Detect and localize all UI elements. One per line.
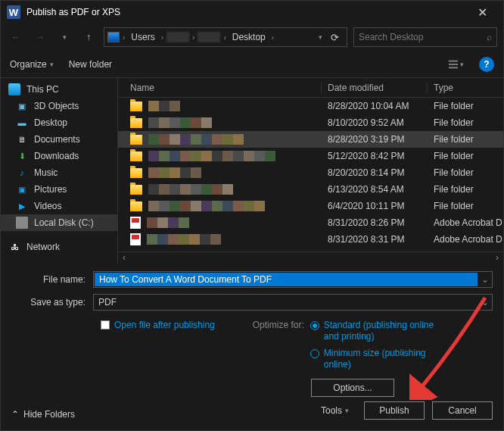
folder-icon xyxy=(130,118,142,128)
chevron-right-icon: › xyxy=(123,33,125,42)
optimize-label: Optimize for: xyxy=(253,320,304,371)
sidebar-documents[interactable]: 🗎Documents xyxy=(1,131,117,148)
file-date: 8/28/2020 10:04 AM xyxy=(322,101,428,111)
file-date: 5/12/2020 8:42 PM xyxy=(322,151,428,161)
radio-minimum-label: Minimum size (publishing online) xyxy=(324,348,437,371)
column-name[interactable]: Name xyxy=(118,83,322,93)
filename-redacted xyxy=(148,117,212,128)
nav-bar: ← → ▾ ↑ › Users › › › Desktop › ▾ ⟳ ⌕ xyxy=(1,23,503,51)
search-input[interactable] xyxy=(359,32,482,42)
file-row[interactable]: 8/28/2020 10:04 AMFile folder xyxy=(118,98,503,114)
sidebar-network[interactable]: 🖧Network xyxy=(1,239,117,255)
forward-button[interactable]: → xyxy=(31,28,49,46)
file-type: File folder xyxy=(428,101,503,111)
file-row[interactable]: 6/4/2020 10:11 PMFile folder xyxy=(118,198,503,214)
file-date: 8/31/2020 8:26 PM xyxy=(322,217,428,228)
file-list: 8/28/2020 10:04 AMFile folder8/10/2020 9… xyxy=(118,98,503,251)
tools-menu[interactable]: Tools ▾ xyxy=(321,405,349,416)
refresh-button[interactable]: ⟳ xyxy=(325,28,344,46)
sidebar-music[interactable]: ♪Music xyxy=(1,164,117,181)
file-type: File folder xyxy=(428,151,503,161)
recent-dropdown[interactable]: ▾ xyxy=(55,28,73,46)
saveastype-field[interactable]: PDF ⌄ xyxy=(93,294,493,311)
sidebar-videos[interactable]: ▶Videos xyxy=(1,198,117,214)
chevron-right-icon: › xyxy=(161,33,163,42)
publish-button[interactable]: Publish xyxy=(364,401,425,420)
filename-input[interactable] xyxy=(95,273,478,286)
folder-icon xyxy=(130,151,142,161)
svg-rect-0 xyxy=(449,60,458,61)
help-button[interactable]: ? xyxy=(479,57,494,72)
file-row[interactable]: 8/28/2020 3:19 PMFile folder xyxy=(118,131,503,148)
sidebar-this-pc[interactable]: This PC xyxy=(1,81,117,98)
view-mode-button[interactable]: ▾ xyxy=(448,59,464,70)
svg-rect-1 xyxy=(449,64,458,65)
sidebar-3d-objects[interactable]: ▣3D Objects xyxy=(1,98,117,114)
file-date: 6/13/2020 8:54 AM xyxy=(322,184,428,195)
sidebar-desktop[interactable]: ▬Desktop xyxy=(1,114,117,131)
pc-icon xyxy=(107,32,120,42)
file-row[interactable]: 8/31/2020 8:31 PMAdobe Acrobat D xyxy=(118,231,503,248)
file-type: File folder xyxy=(428,184,503,195)
filename-dropdown[interactable]: ⌄ xyxy=(478,274,492,285)
options-button[interactable]: Options... xyxy=(311,379,394,397)
saveastype-value: PDF xyxy=(94,297,478,308)
breadcrumb-dropdown[interactable]: ▾ xyxy=(319,33,322,41)
filename-redacted xyxy=(148,201,265,211)
file-row[interactable]: 6/13/2020 8:54 AMFile folder xyxy=(118,181,503,198)
search-icon: ⌕ xyxy=(487,32,492,42)
cancel-button[interactable]: Cancel xyxy=(432,401,493,420)
file-row[interactable]: 8/31/2020 8:26 PMAdobe Acrobat D xyxy=(118,214,503,231)
search-box[interactable]: ⌕ xyxy=(353,27,497,47)
organize-menu[interactable]: Organize ▾ xyxy=(10,59,54,70)
open-after-label: Open file after publishing xyxy=(114,320,215,330)
hide-folders-label: Hide Folders xyxy=(23,409,75,420)
folder-icon xyxy=(130,102,142,111)
sidebar-downloads[interactable]: ⬇Downloads xyxy=(1,148,117,164)
file-row[interactable]: 5/12/2020 8:42 PMFile folder xyxy=(118,148,503,164)
breadcrumb-users[interactable]: Users xyxy=(128,32,157,42)
filename-redacted xyxy=(148,101,180,111)
file-type: File folder xyxy=(428,134,503,145)
file-row[interactable]: 8/20/2020 8:14 PMFile folder xyxy=(118,164,503,181)
up-button[interactable]: ↑ xyxy=(79,28,98,46)
chevron-right-icon: › xyxy=(192,33,194,42)
close-button[interactable]: ✕ xyxy=(467,5,497,20)
file-date: 8/20/2020 8:14 PM xyxy=(322,167,428,178)
hide-folders-button[interactable]: ⌃ Hide Folders xyxy=(11,409,75,420)
sidebar-local-disk[interactable]: Local Disk (C:) xyxy=(1,214,117,231)
file-row[interactable]: 8/10/2020 9:52 AMFile folder xyxy=(118,114,503,131)
filename-field[interactable]: ⌄ xyxy=(93,271,493,288)
file-date: 6/4/2020 10:11 PM xyxy=(322,201,428,211)
scroll-left-icon[interactable]: ‹ xyxy=(118,252,130,263)
file-type: File folder xyxy=(428,167,503,178)
breadcrumb[interactable]: › Users › › › Desktop › ▾ ⟳ xyxy=(104,27,347,47)
back-button[interactable]: ← xyxy=(7,28,25,46)
column-date[interactable]: Date modified xyxy=(322,83,428,93)
radio-minimum[interactable]: Minimum size (publishing online) xyxy=(310,348,437,371)
open-after-checkbox[interactable]: Open file after publishing xyxy=(101,320,215,330)
scroll-right-icon[interactable]: › xyxy=(491,252,503,263)
file-type: Adobe Acrobat D xyxy=(428,217,503,228)
radio-icon xyxy=(310,349,319,358)
sidebar: This PC ▣3D Objects ▬Desktop 🗎Documents … xyxy=(1,78,118,264)
svg-rect-2 xyxy=(449,67,458,68)
column-headers: Name Date modified Type xyxy=(118,78,503,98)
column-type[interactable]: Type xyxy=(428,83,503,93)
dialog-window: W Publish as PDF or XPS ✕ ← → ▾ ↑ › User… xyxy=(0,0,504,431)
chevron-right-icon: › xyxy=(223,33,226,42)
saveastype-dropdown[interactable]: ⌄ xyxy=(478,297,492,308)
breadcrumb-redacted[interactable] xyxy=(166,32,189,42)
new-folder-button[interactable]: New folder xyxy=(69,59,112,70)
folder-icon xyxy=(130,201,142,211)
file-type: File folder xyxy=(428,117,503,128)
radio-standard-label: Standard (publishing online and printing… xyxy=(324,320,437,343)
filename-redacted xyxy=(147,217,189,228)
breadcrumb-redacted[interactable] xyxy=(198,32,220,42)
pdf-icon xyxy=(130,217,141,229)
sidebar-pictures[interactable]: ▣Pictures xyxy=(1,181,117,198)
folder-icon xyxy=(130,135,142,145)
horizontal-scrollbar[interactable]: ‹ › xyxy=(118,251,503,264)
breadcrumb-desktop[interactable]: Desktop xyxy=(229,32,269,42)
radio-standard[interactable]: Standard (publishing online and printing… xyxy=(310,320,437,343)
